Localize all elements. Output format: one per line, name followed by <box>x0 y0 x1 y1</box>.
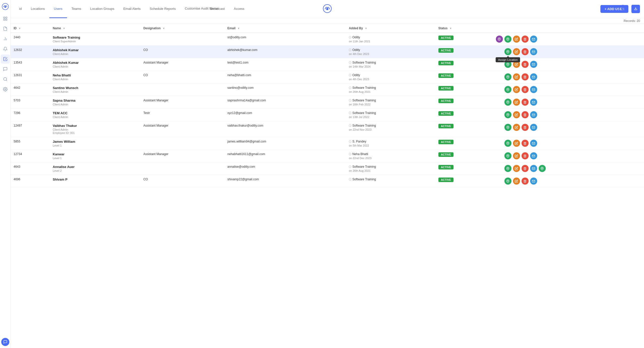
col-header-id[interactable]: ID ▼ <box>11 24 50 33</box>
email-button[interactable] <box>530 48 537 55</box>
col-header-status[interactable]: Status ▼ <box>435 24 493 33</box>
tab-locations[interactable]: Locations <box>26 0 49 18</box>
delete-button[interactable] <box>522 48 529 55</box>
status-badge: ACTIVE <box>438 178 454 182</box>
sidebar-item-reports[interactable] <box>1 54 10 64</box>
assign-location-button[interactable] <box>504 73 511 80</box>
cell-status: ACTIVE <box>435 83 493 96</box>
sidebar-item-alerts[interactable] <box>1 44 10 53</box>
email-button[interactable] <box>530 73 537 80</box>
email-button[interactable] <box>530 165 537 172</box>
assign-location-button[interactable] <box>504 48 511 55</box>
sidebar-item-messages[interactable] <box>1 65 10 74</box>
email-button[interactable] <box>530 86 537 93</box>
assign-location-button[interactable] <box>504 152 511 159</box>
svg-point-21 <box>507 76 508 77</box>
sidebar-item-analytics[interactable] <box>1 34 10 43</box>
assign-location-button[interactable] <box>504 165 511 172</box>
delete-button[interactable] <box>522 61 529 68</box>
assign-location-button[interactable] <box>504 86 511 93</box>
cell-actions <box>493 33 644 46</box>
sidebar-item-chat[interactable] <box>1 338 9 346</box>
assign-location2-button[interactable] <box>539 165 546 172</box>
sidebar-item-home[interactable] <box>1 14 10 23</box>
email-button[interactable] <box>530 36 537 43</box>
tab-email-alerts[interactable]: Email Alerts <box>119 0 145 18</box>
delete-button[interactable] <box>522 178 529 185</box>
cell-actions <box>493 137 644 150</box>
sidebar-item-search[interactable] <box>1 75 10 84</box>
cell-email: xyz12@gmail.com <box>224 109 346 121</box>
tab-users[interactable]: Users <box>49 0 67 18</box>
assign-location-button[interactable] <box>504 99 511 106</box>
delete-button[interactable] <box>522 140 529 147</box>
delete-button[interactable] <box>522 36 529 43</box>
email-button[interactable] <box>530 61 537 68</box>
cell-email: santino@oditly.com <box>224 83 346 96</box>
email-button[interactable] <box>530 178 537 185</box>
delete-button[interactable] <box>522 111 529 118</box>
cell-actions <box>493 83 644 96</box>
cell-actions <box>493 96 644 109</box>
sidebar-item-docs[interactable] <box>1 24 10 33</box>
location-assign-container <box>504 152 511 159</box>
cell-status: ACTIVE <box>435 150 493 162</box>
edit-button[interactable] <box>513 124 520 131</box>
delete-button[interactable] <box>522 152 529 159</box>
tab-location-groups[interactable]: Location Groups <box>86 0 119 18</box>
assign-location-button[interactable] <box>504 124 511 131</box>
cell-email: abhishek@kumar.com <box>224 46 346 58</box>
svg-point-20 <box>507 64 508 64</box>
delete-button[interactable] <box>522 86 529 93</box>
status-badge: ACTIVE <box>438 152 454 157</box>
cell-name: Abhishek KumarClient Admin <box>50 58 140 71</box>
edit-button[interactable] <box>513 86 520 93</box>
location-assign-container <box>504 111 511 118</box>
assign-location-button[interactable] <box>504 111 511 118</box>
tab-access[interactable]: Access <box>229 0 249 18</box>
sidebar-item-settings[interactable] <box>1 85 10 94</box>
col-header-added-by[interactable]: Added By ▼ <box>346 24 435 33</box>
assign-location-button[interactable] <box>504 61 511 68</box>
tab-brands[interactable]: id <box>15 0 26 18</box>
action-icons <box>496 73 641 80</box>
assign-location-button[interactable] <box>504 36 511 43</box>
edit-button[interactable] <box>513 178 520 185</box>
edit-button[interactable] <box>513 140 520 147</box>
col-header-email[interactable]: Email ▼ <box>224 24 346 33</box>
cell-added-by: ⓘSoftware Trainingon 13th Jul 2022 <box>346 109 435 121</box>
cell-email: nehabhatti1611@gmail.com <box>224 150 346 162</box>
delete-button[interactable] <box>522 165 529 172</box>
delete-button[interactable] <box>522 99 529 106</box>
svg-rect-2 <box>4 17 5 18</box>
tab-broadcast[interactable]: Broadcast <box>205 0 229 18</box>
email-button[interactable] <box>530 99 537 106</box>
cell-status: ACTIVE <box>435 33 493 46</box>
delete-button[interactable] <box>522 124 529 131</box>
edit-button[interactable] <box>513 61 520 68</box>
edit-button[interactable] <box>513 165 520 172</box>
location-assign-container <box>504 86 511 93</box>
edit-button[interactable] <box>513 152 520 159</box>
cell-actions <box>493 175 644 187</box>
col-header-name[interactable]: Name ▼ <box>50 24 140 33</box>
edit-button[interactable] <box>513 73 520 80</box>
edit-button[interactable] <box>513 36 520 43</box>
tab-teams[interactable]: Teams <box>67 0 86 18</box>
edit-button[interactable] <box>513 99 520 106</box>
delete-button[interactable] <box>522 73 529 80</box>
email-button[interactable] <box>530 111 537 118</box>
edit-button[interactable] <box>513 111 520 118</box>
email-button[interactable] <box>530 140 537 147</box>
tab-customise-audit[interactable]: Customise Audit Name <box>180 0 205 18</box>
col-header-designation[interactable]: Designation ▼ <box>140 24 224 33</box>
location-button[interactable] <box>496 36 503 43</box>
email-button[interactable] <box>530 152 537 159</box>
cell-id: 12734 <box>11 150 50 162</box>
email-button[interactable] <box>530 124 537 131</box>
assign-location-button[interactable] <box>504 178 511 185</box>
assign-location-button[interactable] <box>504 140 511 147</box>
edit-button[interactable] <box>513 48 520 55</box>
download-button[interactable] <box>631 5 640 13</box>
tab-schedule-reports[interactable]: Schedule Reports <box>145 0 180 18</box>
